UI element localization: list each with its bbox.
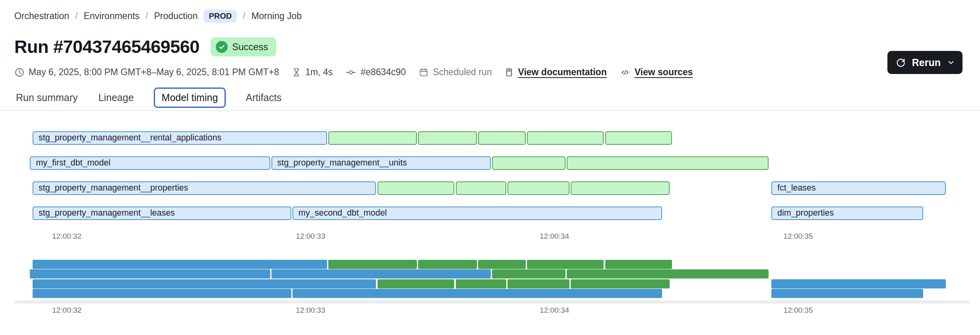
time-tick-label: 12:00:35 — [784, 232, 813, 241]
time-tick-label: 12:00:32 — [52, 306, 81, 315]
gantt-bar-dim_properties[interactable]: dim_properties — [771, 206, 923, 220]
gantt-bar[interactable] — [328, 131, 417, 145]
run-page: Orchestration/Environments/ProductionPRO… — [0, 0, 980, 335]
clock-icon — [14, 67, 25, 78]
minimap-bar-stg_property_management__units[interactable] — [271, 269, 491, 279]
minimap-bar-stg_property_management__leases[interactable] — [33, 289, 291, 298]
minimap-bar[interactable] — [605, 260, 672, 269]
time-tick-label: 12:00:33 — [296, 232, 325, 241]
breadcrumb: Orchestration/Environments/ProductionPRO… — [14, 10, 302, 23]
document-icon — [504, 67, 514, 78]
status-badge: Success — [211, 37, 276, 56]
env-badge: PROD — [203, 10, 237, 23]
time-tick-label: 12:00:33 — [296, 306, 325, 315]
minimap-bar[interactable] — [567, 269, 769, 279]
hourglass-icon — [292, 67, 301, 78]
minimap-bar-my_second_dbt_model[interactable] — [292, 289, 662, 298]
gantt-bar-my_first_dbt_model[interactable]: my_first_dbt_model — [30, 156, 270, 170]
time-tick-label: 12:00:34 — [540, 232, 569, 241]
breadcrumb-item-environments[interactable]: Environments — [83, 11, 139, 21]
minimap-bar[interactable] — [507, 279, 569, 288]
breadcrumb-separator: / — [243, 11, 245, 21]
minimap-bar[interactable] — [527, 260, 604, 269]
gantt-bar-stg_property_management__rental_applications[interactable]: stg_property_management__rental_applicat… — [33, 131, 327, 145]
breadcrumb-item-morning-job[interactable]: Morning Job — [252, 11, 302, 21]
rerun-button[interactable]: Rerun — [887, 51, 963, 74]
gantt-bar-stg_property_management__properties[interactable]: stg_property_management__properties — [33, 181, 376, 195]
gantt-bar[interactable] — [507, 181, 569, 195]
minimap-bar[interactable] — [492, 269, 566, 279]
breadcrumb-item-orchestration[interactable]: Orchestration — [14, 11, 69, 21]
minimap-bar[interactable] — [418, 260, 477, 269]
success-check-icon — [216, 41, 228, 53]
minimap-bar[interactable] — [378, 279, 455, 288]
tab-artifacts[interactable]: Artifacts — [245, 88, 282, 107]
commit-icon — [345, 67, 356, 78]
gantt-bar[interactable] — [527, 131, 604, 145]
view-sources-link[interactable]: View sources — [620, 67, 693, 78]
view-documentation-link[interactable]: View documentation — [504, 67, 606, 78]
minimap-bar[interactable] — [478, 260, 526, 269]
trigger-type: Scheduled run — [418, 67, 492, 78]
minimap-bar-stg_property_management__rental_applications[interactable] — [33, 260, 327, 269]
gantt-bar[interactable] — [567, 156, 769, 170]
tab-bar-divider — [0, 110, 980, 111]
time-tick-label: 12:00:32 — [52, 232, 81, 241]
run-duration: 1m, 4s — [292, 67, 333, 78]
code-icon — [620, 68, 631, 77]
gantt-bar[interactable] — [571, 181, 670, 195]
gantt-bar-my_second_dbt_model[interactable]: my_second_dbt_model — [292, 206, 662, 220]
minimap-bar-fct_leases[interactable] — [771, 279, 946, 288]
breadcrumb-separator: / — [145, 11, 148, 21]
commit-sha: #e8634c90 — [345, 67, 406, 78]
chevron-down-icon — [947, 58, 955, 67]
minimap-scroll-track[interactable] — [14, 300, 970, 304]
minimap-bar[interactable] — [328, 260, 417, 269]
tab-run-summary[interactable]: Run summary — [15, 88, 79, 107]
run-dates: May 6, 2025, 8:00 PM GMT+8–May 6, 2025, … — [14, 67, 279, 78]
minimap-bar[interactable] — [456, 279, 507, 288]
run-meta-row: May 6, 2025, 8:00 PM GMT+8–May 6, 2025, … — [14, 67, 693, 78]
gantt-bar[interactable] — [492, 156, 566, 170]
minimap-bar-stg_property_management__properties[interactable] — [33, 279, 376, 288]
breadcrumb-separator: / — [75, 11, 77, 21]
refresh-icon — [895, 57, 906, 68]
minimap-bar-my_first_dbt_model[interactable] — [30, 269, 270, 279]
time-tick-label: 12:00:34 — [540, 306, 569, 315]
minimap-bar-dim_properties[interactable] — [771, 289, 923, 298]
tab-bar: Run summaryLineageModel timingArtifacts — [15, 88, 283, 108]
status-label: Success — [232, 41, 268, 53]
gantt-bar-fct_leases[interactable]: fct_leases — [771, 181, 946, 195]
gantt-bar-stg_property_management__units[interactable]: stg_property_management__units — [271, 156, 491, 170]
tab-lineage[interactable]: Lineage — [98, 88, 135, 107]
title-row: Run #70437465469560 Success — [14, 37, 276, 57]
gantt-bar[interactable] — [456, 181, 507, 195]
gantt-bar[interactable] — [605, 131, 672, 145]
page-title: Run #70437465469560 — [14, 37, 199, 57]
tab-model-timing[interactable]: Model timing — [154, 88, 226, 108]
calendar-icon — [418, 67, 429, 78]
gantt-bar-stg_property_management__leases[interactable]: stg_property_management__leases — [33, 206, 291, 220]
breadcrumb-item-production[interactable]: Production — [154, 11, 198, 21]
time-tick-label: 12:00:35 — [784, 306, 813, 315]
rerun-label: Rerun — [912, 57, 941, 68]
gantt-bar[interactable] — [418, 131, 477, 145]
gantt-bar[interactable] — [478, 131, 526, 145]
gantt-bar[interactable] — [378, 181, 455, 195]
minimap-bar[interactable] — [571, 279, 670, 288]
